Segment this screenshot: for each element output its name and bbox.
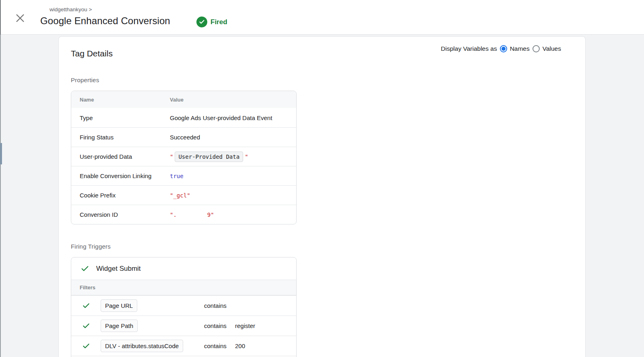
property-name: Type (71, 114, 170, 121)
filter-check-icon (82, 302, 90, 310)
property-name: Conversion ID (71, 211, 170, 218)
display-variables-label: Display Variables as (441, 45, 497, 52)
masked-value-start: ". (170, 212, 177, 218)
properties-table-header: Name Value (71, 91, 296, 108)
filter-variable-chip[interactable]: DLV - attributes.statusCode (101, 340, 183, 352)
tag-details-card: Tag Details Display Variables as Names V… (58, 36, 586, 357)
filter-value: 200 (235, 342, 245, 349)
filters-label: Filters (80, 284, 95, 291)
filter-row: DLV - attributes.statusCode contains 200 (71, 336, 296, 356)
properties-table: Name Value Type Google Ads User-provided… (71, 91, 297, 224)
filter-check-icon (82, 342, 90, 350)
property-name: Enable Conversion Linking (71, 172, 170, 179)
open-quote: " (170, 154, 173, 160)
table-row: User-provided Data " User-Provided Data … (71, 147, 296, 166)
close-x-icon (14, 12, 26, 24)
left-scrollbar-thumb[interactable] (0, 143, 2, 164)
status-badge-label: Fired (211, 18, 227, 26)
redacted-value-mask (177, 213, 207, 217)
property-value: Google Ads User-provided Data Event (170, 114, 272, 121)
trigger-header-row: Widget Submit (71, 257, 296, 280)
trigger-check-icon (80, 264, 89, 273)
column-header-name: Name (71, 97, 170, 103)
property-name: User-provided Data (71, 153, 170, 160)
firing-trigger-card: Widget Submit Filters Page URL contains … (71, 257, 297, 357)
trigger-name: Widget Submit (96, 265, 141, 273)
tag-details-title: Tag Details (71, 49, 113, 58)
filter-row: Page Path contains register (71, 315, 296, 336)
filter-variable-chip[interactable]: Page Path (101, 320, 138, 332)
filter-check-icon (82, 322, 90, 330)
property-value: "_gcl" (170, 192, 190, 199)
table-row: Cookie Prefix "_gcl" (71, 185, 296, 205)
page-title: Google Enhanced Conversion (40, 15, 170, 27)
breadcrumb[interactable]: widgetthankyou > (50, 6, 92, 12)
dialog-header: widgetthankyou > Google Enhanced Convers… (0, 0, 644, 35)
close-button[interactable] (14, 12, 26, 24)
column-header-value: Value (170, 97, 184, 103)
property-value: Succeeded (170, 134, 200, 141)
filter-value: register (235, 322, 255, 329)
filter-operator: contains (204, 342, 227, 349)
window-edge-line (0, 0, 1, 357)
radio-values[interactable] (533, 45, 540, 52)
filters-header: Filters (71, 280, 296, 295)
radio-values-label[interactable]: Values (543, 45, 561, 52)
masked-value-end: 9" (207, 212, 214, 218)
filter-variable-chip[interactable]: Page URL (101, 299, 137, 312)
property-name: Firing Status (71, 134, 170, 141)
table-row: Type Google Ads User-provided Data Event (71, 108, 296, 127)
radio-names[interactable] (500, 45, 507, 52)
table-row: Firing Status Succeeded (71, 127, 296, 147)
property-value: true (170, 173, 184, 179)
window-edge-line-top (0, 0, 1, 35)
fired-check-icon (196, 17, 207, 27)
radio-names-label[interactable]: Names (510, 45, 530, 52)
property-value: ". 9" (170, 212, 214, 218)
table-row: Enable Conversion Linking true (71, 166, 296, 185)
property-name: Cookie Prefix (71, 192, 170, 199)
close-quote: " (245, 154, 248, 160)
filter-operator: contains (204, 322, 227, 329)
status-badge: Fired (196, 17, 227, 27)
firing-triggers-section-label: Firing Triggers (71, 243, 111, 250)
variable-chip[interactable]: User-Provided Data (175, 152, 243, 162)
table-row: Conversion ID ". 9" (71, 205, 296, 224)
filter-row: Page URL contains (71, 295, 296, 315)
property-value: " User-Provided Data " (170, 152, 248, 162)
filter-operator: contains (204, 302, 227, 309)
display-variables-toggle: Display Variables as Names Values (441, 45, 561, 52)
properties-section-label: Properties (71, 77, 99, 83)
